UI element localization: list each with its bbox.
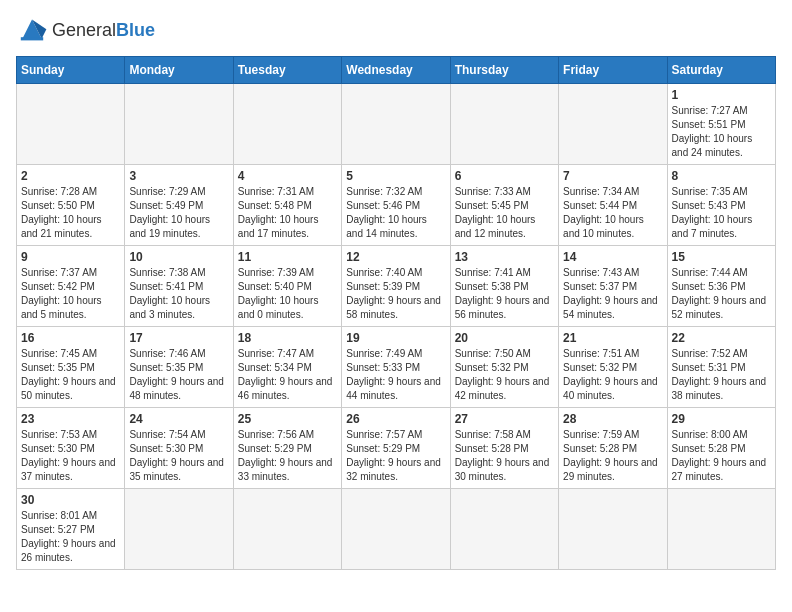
day-cell bbox=[450, 84, 558, 165]
day-number: 14 bbox=[563, 250, 662, 264]
day-cell: 19Sunrise: 7:49 AM Sunset: 5:33 PM Dayli… bbox=[342, 327, 450, 408]
week-row-1: 2Sunrise: 7:28 AM Sunset: 5:50 PM Daylig… bbox=[17, 165, 776, 246]
svg-rect-2 bbox=[21, 37, 43, 40]
day-cell: 23Sunrise: 7:53 AM Sunset: 5:30 PM Dayli… bbox=[17, 408, 125, 489]
day-number: 24 bbox=[129, 412, 228, 426]
day-cell: 29Sunrise: 8:00 AM Sunset: 5:28 PM Dayli… bbox=[667, 408, 775, 489]
day-info: Sunrise: 8:01 AM Sunset: 5:27 PM Dayligh… bbox=[21, 509, 120, 565]
day-cell: 12Sunrise: 7:40 AM Sunset: 5:39 PM Dayli… bbox=[342, 246, 450, 327]
day-cell: 4Sunrise: 7:31 AM Sunset: 5:48 PM Daylig… bbox=[233, 165, 341, 246]
day-info: Sunrise: 7:49 AM Sunset: 5:33 PM Dayligh… bbox=[346, 347, 445, 403]
logo: GeneralBlue bbox=[16, 16, 155, 44]
day-info: Sunrise: 7:27 AM Sunset: 5:51 PM Dayligh… bbox=[672, 104, 771, 160]
day-number: 2 bbox=[21, 169, 120, 183]
day-cell: 21Sunrise: 7:51 AM Sunset: 5:32 PM Dayli… bbox=[559, 327, 667, 408]
day-of-week-wednesday: Wednesday bbox=[342, 57, 450, 84]
day-info: Sunrise: 7:51 AM Sunset: 5:32 PM Dayligh… bbox=[563, 347, 662, 403]
day-cell bbox=[233, 84, 341, 165]
day-cell: 22Sunrise: 7:52 AM Sunset: 5:31 PM Dayli… bbox=[667, 327, 775, 408]
week-row-5: 30Sunrise: 8:01 AM Sunset: 5:27 PM Dayli… bbox=[17, 489, 776, 570]
day-cell: 30Sunrise: 8:01 AM Sunset: 5:27 PM Dayli… bbox=[17, 489, 125, 570]
day-info: Sunrise: 7:59 AM Sunset: 5:28 PM Dayligh… bbox=[563, 428, 662, 484]
day-info: Sunrise: 7:45 AM Sunset: 5:35 PM Dayligh… bbox=[21, 347, 120, 403]
day-number: 8 bbox=[672, 169, 771, 183]
day-number: 11 bbox=[238, 250, 337, 264]
day-info: Sunrise: 7:40 AM Sunset: 5:39 PM Dayligh… bbox=[346, 266, 445, 322]
day-number: 6 bbox=[455, 169, 554, 183]
day-cell bbox=[233, 489, 341, 570]
day-cell: 13Sunrise: 7:41 AM Sunset: 5:38 PM Dayli… bbox=[450, 246, 558, 327]
day-number: 30 bbox=[21, 493, 120, 507]
day-number: 27 bbox=[455, 412, 554, 426]
day-cell: 17Sunrise: 7:46 AM Sunset: 5:35 PM Dayli… bbox=[125, 327, 233, 408]
day-of-week-thursday: Thursday bbox=[450, 57, 558, 84]
day-info: Sunrise: 7:31 AM Sunset: 5:48 PM Dayligh… bbox=[238, 185, 337, 241]
week-row-2: 9Sunrise: 7:37 AM Sunset: 5:42 PM Daylig… bbox=[17, 246, 776, 327]
day-cell bbox=[559, 84, 667, 165]
day-info: Sunrise: 7:47 AM Sunset: 5:34 PM Dayligh… bbox=[238, 347, 337, 403]
day-number: 20 bbox=[455, 331, 554, 345]
calendar-body: 1Sunrise: 7:27 AM Sunset: 5:51 PM Daylig… bbox=[17, 84, 776, 570]
day-info: Sunrise: 8:00 AM Sunset: 5:28 PM Dayligh… bbox=[672, 428, 771, 484]
day-number: 29 bbox=[672, 412, 771, 426]
day-info: Sunrise: 7:46 AM Sunset: 5:35 PM Dayligh… bbox=[129, 347, 228, 403]
day-number: 9 bbox=[21, 250, 120, 264]
day-number: 18 bbox=[238, 331, 337, 345]
day-cell: 26Sunrise: 7:57 AM Sunset: 5:29 PM Dayli… bbox=[342, 408, 450, 489]
day-number: 7 bbox=[563, 169, 662, 183]
day-info: Sunrise: 7:35 AM Sunset: 5:43 PM Dayligh… bbox=[672, 185, 771, 241]
day-info: Sunrise: 7:29 AM Sunset: 5:49 PM Dayligh… bbox=[129, 185, 228, 241]
day-of-week-monday: Monday bbox=[125, 57, 233, 84]
day-number: 17 bbox=[129, 331, 228, 345]
day-cell bbox=[125, 489, 233, 570]
day-number: 12 bbox=[346, 250, 445, 264]
day-number: 3 bbox=[129, 169, 228, 183]
day-cell: 8Sunrise: 7:35 AM Sunset: 5:43 PM Daylig… bbox=[667, 165, 775, 246]
day-cell bbox=[125, 84, 233, 165]
day-info: Sunrise: 7:58 AM Sunset: 5:28 PM Dayligh… bbox=[455, 428, 554, 484]
day-cell: 25Sunrise: 7:56 AM Sunset: 5:29 PM Dayli… bbox=[233, 408, 341, 489]
logo-icon bbox=[16, 16, 48, 44]
day-info: Sunrise: 7:57 AM Sunset: 5:29 PM Dayligh… bbox=[346, 428, 445, 484]
day-cell bbox=[342, 84, 450, 165]
day-info: Sunrise: 7:32 AM Sunset: 5:46 PM Dayligh… bbox=[346, 185, 445, 241]
day-of-week-saturday: Saturday bbox=[667, 57, 775, 84]
day-cell: 18Sunrise: 7:47 AM Sunset: 5:34 PM Dayli… bbox=[233, 327, 341, 408]
day-cell: 5Sunrise: 7:32 AM Sunset: 5:46 PM Daylig… bbox=[342, 165, 450, 246]
day-cell: 7Sunrise: 7:34 AM Sunset: 5:44 PM Daylig… bbox=[559, 165, 667, 246]
day-number: 22 bbox=[672, 331, 771, 345]
day-number: 23 bbox=[21, 412, 120, 426]
day-info: Sunrise: 7:54 AM Sunset: 5:30 PM Dayligh… bbox=[129, 428, 228, 484]
day-number: 15 bbox=[672, 250, 771, 264]
day-info: Sunrise: 7:52 AM Sunset: 5:31 PM Dayligh… bbox=[672, 347, 771, 403]
week-row-0: 1Sunrise: 7:27 AM Sunset: 5:51 PM Daylig… bbox=[17, 84, 776, 165]
day-cell: 3Sunrise: 7:29 AM Sunset: 5:49 PM Daylig… bbox=[125, 165, 233, 246]
day-cell: 2Sunrise: 7:28 AM Sunset: 5:50 PM Daylig… bbox=[17, 165, 125, 246]
page-header: GeneralBlue bbox=[16, 16, 776, 44]
day-cell: 6Sunrise: 7:33 AM Sunset: 5:45 PM Daylig… bbox=[450, 165, 558, 246]
day-number: 5 bbox=[346, 169, 445, 183]
day-cell: 27Sunrise: 7:58 AM Sunset: 5:28 PM Dayli… bbox=[450, 408, 558, 489]
day-cell bbox=[450, 489, 558, 570]
day-info: Sunrise: 7:50 AM Sunset: 5:32 PM Dayligh… bbox=[455, 347, 554, 403]
day-cell: 10Sunrise: 7:38 AM Sunset: 5:41 PM Dayli… bbox=[125, 246, 233, 327]
week-row-4: 23Sunrise: 7:53 AM Sunset: 5:30 PM Dayli… bbox=[17, 408, 776, 489]
day-cell bbox=[667, 489, 775, 570]
day-cell bbox=[17, 84, 125, 165]
day-of-week-friday: Friday bbox=[559, 57, 667, 84]
day-cell: 14Sunrise: 7:43 AM Sunset: 5:37 PM Dayli… bbox=[559, 246, 667, 327]
day-info: Sunrise: 7:33 AM Sunset: 5:45 PM Dayligh… bbox=[455, 185, 554, 241]
day-number: 19 bbox=[346, 331, 445, 345]
day-cell: 24Sunrise: 7:54 AM Sunset: 5:30 PM Dayli… bbox=[125, 408, 233, 489]
day-cell: 11Sunrise: 7:39 AM Sunset: 5:40 PM Dayli… bbox=[233, 246, 341, 327]
calendar: SundayMondayTuesdayWednesdayThursdayFrid… bbox=[16, 56, 776, 570]
day-cell: 20Sunrise: 7:50 AM Sunset: 5:32 PM Dayli… bbox=[450, 327, 558, 408]
day-info: Sunrise: 7:39 AM Sunset: 5:40 PM Dayligh… bbox=[238, 266, 337, 322]
day-info: Sunrise: 7:53 AM Sunset: 5:30 PM Dayligh… bbox=[21, 428, 120, 484]
day-number: 10 bbox=[129, 250, 228, 264]
day-cell: 1Sunrise: 7:27 AM Sunset: 5:51 PM Daylig… bbox=[667, 84, 775, 165]
day-of-week-tuesday: Tuesday bbox=[233, 57, 341, 84]
day-number: 13 bbox=[455, 250, 554, 264]
day-number: 28 bbox=[563, 412, 662, 426]
day-number: 1 bbox=[672, 88, 771, 102]
